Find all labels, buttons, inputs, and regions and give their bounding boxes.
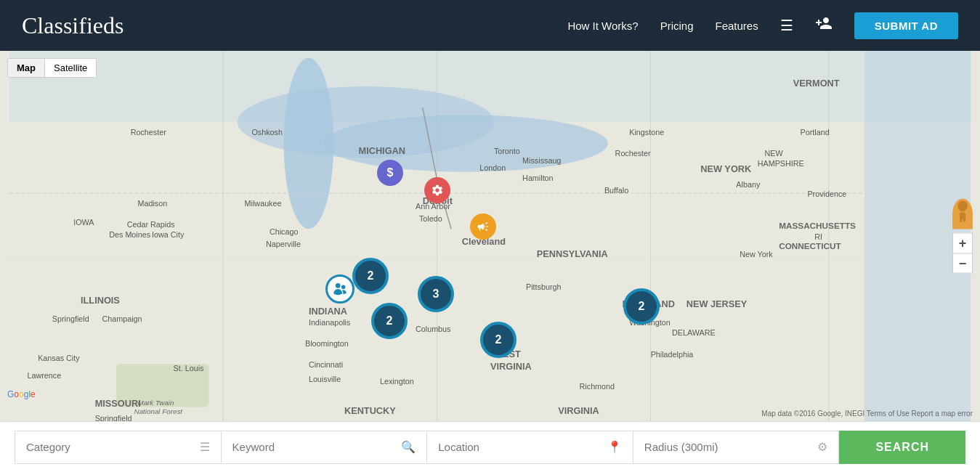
- svg-text:Rochester: Rochester: [131, 128, 166, 137]
- svg-text:Buffalo: Buffalo: [604, 186, 628, 195]
- nav-features[interactable]: Features: [716, 20, 758, 32]
- map-toggle[interactable]: Map Satellite: [7, 58, 97, 78]
- svg-text:Iowa City: Iowa City: [152, 230, 185, 239]
- svg-text:Springfield: Springfield: [52, 314, 89, 323]
- svg-text:Milwaukee: Milwaukee: [245, 199, 282, 208]
- cluster-marker[interactable]: 2: [352, 258, 389, 294]
- svg-text:Richmond: Richmond: [580, 382, 615, 391]
- svg-text:VERMONT: VERMONT: [793, 78, 840, 89]
- nav: How It Works? Pricing Features ☰ SUBMIT …: [567, 12, 958, 39]
- pin-marker-dollar[interactable]: $: [377, 160, 403, 186]
- zoom-controls: + −: [952, 199, 973, 274]
- add-user-icon[interactable]: [815, 15, 833, 36]
- nav-how-it-works[interactable]: How It Works?: [567, 20, 638, 32]
- pegman-icon[interactable]: [952, 199, 973, 229]
- svg-text:St. Louis: St. Louis: [174, 364, 204, 373]
- svg-text:Madison: Madison: [138, 199, 168, 208]
- icon-marker[interactable]: [325, 274, 355, 304]
- map-attribution: Map data ©2016 Google, INEGI Terms of Us…: [761, 410, 973, 418]
- svg-text:Des Moines: Des Moines: [109, 230, 150, 239]
- svg-text:Albany: Albany: [736, 180, 761, 189]
- svg-text:Lawrence: Lawrence: [27, 371, 61, 380]
- svg-text:Chicago: Chicago: [270, 227, 299, 236]
- svg-text:INDIANA: INDIANA: [309, 306, 347, 317]
- nav-pricing[interactable]: Pricing: [660, 20, 694, 32]
- svg-text:RI: RI: [814, 232, 822, 241]
- keyword-input[interactable]: [232, 441, 394, 453]
- svg-text:Kansas City: Kansas City: [38, 354, 80, 362]
- svg-text:MICHIGAN: MICHIGAN: [359, 145, 405, 156]
- svg-text:MASSACHUSETTS: MASSACHUSETTS: [779, 221, 856, 230]
- svg-text:Indianapolis: Indianapolis: [309, 318, 350, 327]
- svg-text:Oshkosh: Oshkosh: [251, 128, 282, 137]
- svg-text:Columbus: Columbus: [416, 325, 450, 333]
- svg-text:CONNECTICUT: CONNECTICUT: [779, 241, 841, 251]
- svg-text:Philadelphia: Philadelphia: [651, 350, 694, 359]
- settings-icon: ⚙: [817, 440, 827, 454]
- svg-text:PENNSYLVANIA: PENNSYLVANIA: [537, 248, 608, 259]
- svg-text:VIRGINIA: VIRGINIA: [490, 361, 532, 372]
- svg-text:Hamilton: Hamilton: [522, 174, 553, 182]
- svg-text:NEW JERSEY: NEW JERSEY: [687, 298, 748, 309]
- svg-text:NEW YORK: NEW YORK: [700, 163, 752, 174]
- cluster-marker[interactable]: 3: [418, 276, 454, 312]
- radius-input[interactable]: [644, 441, 811, 453]
- svg-text:Kingstone: Kingstone: [629, 128, 664, 137]
- category-input[interactable]: [26, 441, 193, 453]
- location-input[interactable]: [438, 441, 600, 453]
- cluster-marker[interactable]: 2: [371, 303, 408, 339]
- svg-text:HAMPSHIRE: HAMPSHIRE: [758, 159, 804, 168]
- svg-text:DELAWARE: DELAWARE: [672, 328, 716, 337]
- svg-text:Bloomington: Bloomington: [305, 339, 349, 348]
- pin-marker-gear[interactable]: [424, 177, 450, 203]
- svg-text:Louisville: Louisville: [309, 375, 341, 383]
- svg-text:Toronto: Toronto: [494, 147, 520, 155]
- svg-text:Toledo: Toledo: [419, 214, 442, 223]
- svg-text:Naperville: Naperville: [266, 240, 301, 248]
- svg-text:Pittsburgh: Pittsburgh: [526, 282, 561, 291]
- svg-point-4: [284, 58, 334, 229]
- map-view-button[interactable]: Map: [8, 59, 44, 77]
- pin-marker-megaphone[interactable]: [470, 213, 496, 240]
- svg-text:Mark Twain: Mark Twain: [138, 399, 174, 407]
- svg-text:VIRGINIA: VIRGINIA: [558, 405, 599, 416]
- svg-text:ILLINOIS: ILLINOIS: [81, 295, 120, 306]
- svg-text:London: London: [479, 163, 506, 172]
- svg-text:Cincinnati: Cincinnati: [309, 360, 343, 369]
- submit-ad-button[interactable]: SUBMIT AD: [854, 12, 958, 39]
- zoom-in-button[interactable]: +: [952, 233, 973, 253]
- svg-text:KENTUCKY: KENTUCKY: [344, 405, 396, 416]
- svg-text:NEW: NEW: [765, 149, 784, 158]
- svg-text:Mississaug: Mississaug: [522, 156, 561, 165]
- keyword-field[interactable]: 🔍: [222, 431, 428, 464]
- location-field[interactable]: 📍: [427, 431, 633, 464]
- svg-text:Rochester: Rochester: [615, 149, 651, 158]
- svg-text:Champaign: Champaign: [102, 314, 142, 323]
- menu-icon: ☰: [200, 440, 210, 454]
- svg-text:Providence: Providence: [807, 190, 846, 198]
- svg-text:National Forest: National Forest: [134, 407, 184, 415]
- location-icon: 📍: [607, 440, 622, 454]
- satellite-view-button[interactable]: Satellite: [45, 59, 96, 77]
- svg-text:IOWA: IOWA: [73, 218, 94, 227]
- svg-text:Cedar Rapids: Cedar Rapids: [127, 220, 175, 229]
- cluster-marker[interactable]: 2: [623, 288, 660, 325]
- search-icon: 🔍: [401, 440, 416, 454]
- svg-text:Portland: Portland: [801, 128, 830, 137]
- map-container: Rochester Oshkosh Kingstone Portland MIC…: [0, 51, 980, 421]
- svg-text:Lexington: Lexington: [380, 377, 414, 386]
- radius-field[interactable]: ⚙: [633, 431, 840, 464]
- category-field[interactable]: ☰: [15, 431, 222, 464]
- search-button[interactable]: SEARCH: [839, 431, 965, 464]
- logo: Classifieds: [22, 12, 123, 39]
- svg-text:Springfield: Springfield: [95, 414, 132, 421]
- menu-icon[interactable]: ☰: [780, 17, 793, 34]
- svg-point-77: [960, 206, 965, 212]
- svg-rect-80: [963, 219, 965, 222]
- cluster-marker[interactable]: 2: [480, 322, 517, 358]
- google-logo: Google: [7, 389, 36, 399]
- header: Classifieds How It Works? Pricing Featur…: [0, 0, 980, 51]
- search-bar: ☰ 🔍 📍 ⚙ SEARCH: [0, 421, 980, 472]
- zoom-out-button[interactable]: −: [952, 253, 973, 274]
- svg-rect-79: [960, 219, 962, 222]
